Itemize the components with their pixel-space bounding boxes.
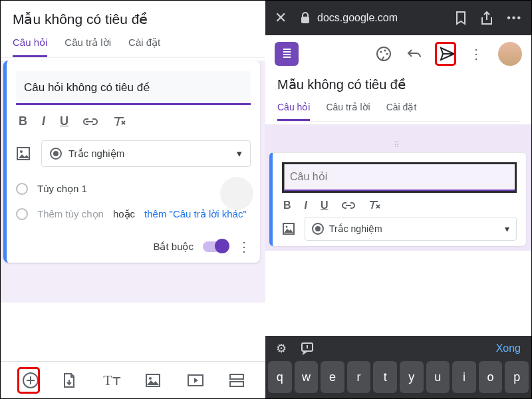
key-r[interactable]: r [347, 361, 371, 393]
radio-icon [50, 148, 62, 160]
tab-bar: Câu hỏi Câu trả lời Cài đặt [1, 27, 265, 58]
question-type-label: Trắc nghiệm [329, 223, 382, 234]
form-title[interactable]: Mẫu không có tiêu đề [13, 11, 253, 27]
underline-icon[interactable]: U [60, 114, 68, 128]
key-w[interactable]: w [295, 361, 319, 393]
link-icon[interactable] [83, 118, 98, 126]
close-tab-icon[interactable]: ✕ [275, 9, 287, 27]
or-word: hoặc [113, 208, 135, 220]
key-y[interactable]: y [400, 361, 424, 393]
link-icon[interactable] [342, 201, 355, 209]
question-card: B I U Trắc nghiệm ▾ [269, 152, 526, 246]
add-option-row[interactable]: Thêm tùy chọn hoặc thêm "Câu trả lời khá… [16, 201, 251, 227]
add-question-button[interactable] [19, 369, 38, 392]
svg-rect-8 [301, 17, 309, 23]
svg-point-1 [20, 150, 23, 153]
tab-settings[interactable]: Cài đặt [386, 102, 417, 121]
fab-ghost [220, 177, 253, 210]
image-icon[interactable] [16, 146, 31, 161]
add-section-icon[interactable] [229, 373, 247, 388]
tab-questions[interactable]: Câu hỏi [13, 37, 47, 57]
chevron-down-icon: ▾ [237, 148, 242, 160]
question-type-label: Trắc nghiệm [68, 148, 124, 160]
tab-responses[interactable]: Câu trả lời [326, 102, 370, 121]
format-toolbar: B I U [16, 105, 251, 136]
svg-point-14 [286, 226, 288, 228]
keyboard-feedback-icon[interactable] [301, 342, 315, 354]
browser-bar: ✕ docs.google.com ••• [265, 1, 531, 35]
keyboard-settings-icon[interactable]: ⚙ [276, 341, 287, 356]
key-q[interactable]: q [268, 361, 292, 393]
question-card: B I U Trắc nghiệm ▾ [3, 61, 260, 263]
palette-icon[interactable] [376, 46, 393, 62]
italic-icon[interactable]: I [42, 114, 45, 128]
radio-icon [16, 208, 28, 220]
bottom-toolbar: Tᴛ [1, 361, 265, 398]
tab-questions[interactable]: Câu hỏi [277, 102, 310, 121]
add-video-icon[interactable] [187, 374, 205, 387]
avatar[interactable] [498, 42, 522, 66]
lock-icon [300, 12, 311, 24]
add-image-icon[interactable] [145, 373, 164, 388]
svg-point-12 [386, 53, 388, 55]
svg-point-10 [380, 51, 382, 53]
key-e[interactable]: e [321, 361, 344, 393]
italic-icon[interactable]: I [305, 200, 307, 211]
undo-icon[interactable] [406, 47, 424, 61]
svg-point-11 [384, 50, 386, 52]
bold-icon[interactable]: B [19, 114, 27, 128]
question-type-select[interactable]: Trắc nghiệm ▾ [41, 140, 251, 167]
bold-icon[interactable]: B [283, 200, 291, 211]
option-row[interactable]: Tùy chọn 1 [16, 176, 251, 201]
image-icon[interactable] [282, 222, 295, 235]
form-title[interactable]: Mẫu không có tiêu đề [277, 72, 519, 92]
svg-point-4 [149, 377, 152, 380]
key-p[interactable]: p [505, 361, 529, 393]
question-type-select[interactable]: Trắc nghiệm ▾ [305, 217, 517, 241]
key-o[interactable]: o [479, 361, 503, 393]
app-toolbar: ≣ ⋮ [265, 35, 531, 72]
key-t[interactable]: t [373, 361, 397, 393]
svg-point-9 [377, 47, 390, 61]
tab-bar: Câu hỏi Câu trả lời Cài đặt [277, 92, 519, 122]
clear-format-icon[interactable] [368, 200, 380, 211]
svg-rect-6 [230, 374, 243, 379]
required-label: Bắt buộc [153, 241, 194, 253]
key-u[interactable]: u [426, 361, 450, 393]
underline-icon[interactable]: U [321, 200, 329, 211]
add-title-icon[interactable]: Tᴛ [103, 372, 122, 389]
app-more-icon[interactable]: ⋮ [467, 46, 485, 62]
chevron-down-icon: ▾ [505, 223, 509, 234]
more-icon[interactable]: ⋮ [237, 239, 251, 255]
tab-responses[interactable]: Câu trả lời [65, 37, 111, 57]
add-option-label[interactable]: Thêm tùy chọn [37, 208, 104, 220]
add-other-link[interactable]: thêm "Câu trả lời khác" [144, 208, 247, 220]
bookmark-icon[interactable] [455, 11, 467, 25]
forms-logo-icon[interactable]: ≣ [275, 42, 299, 66]
soft-keyboard: ⚙ Xong qwertyuiop [265, 336, 531, 398]
send-button[interactable] [437, 44, 454, 64]
drag-handle-icon[interactable]: ⠿ [269, 140, 526, 150]
format-toolbar: B I U [282, 193, 517, 217]
browser-more-icon[interactable]: ••• [507, 12, 522, 24]
tab-settings[interactable]: Cài đặt [128, 37, 160, 57]
radio-icon [312, 223, 324, 235]
share-icon[interactable] [480, 11, 493, 25]
option-label[interactable]: Tùy chọn 1 [37, 183, 87, 195]
keyboard-done-button[interactable]: Xong [496, 342, 521, 354]
keyboard-row: qwertyuiop [265, 361, 531, 393]
question-title-input[interactable] [284, 164, 515, 191]
question-highlight [282, 162, 517, 193]
import-question-icon[interactable] [61, 372, 80, 389]
radio-icon [16, 183, 28, 195]
key-i[interactable]: i [452, 361, 476, 393]
question-title-input[interactable] [16, 71, 251, 105]
svg-rect-7 [230, 382, 243, 386]
clear-format-icon[interactable] [112, 116, 126, 128]
url-text[interactable]: docs.google.com [317, 12, 398, 24]
required-toggle[interactable] [203, 241, 228, 252]
